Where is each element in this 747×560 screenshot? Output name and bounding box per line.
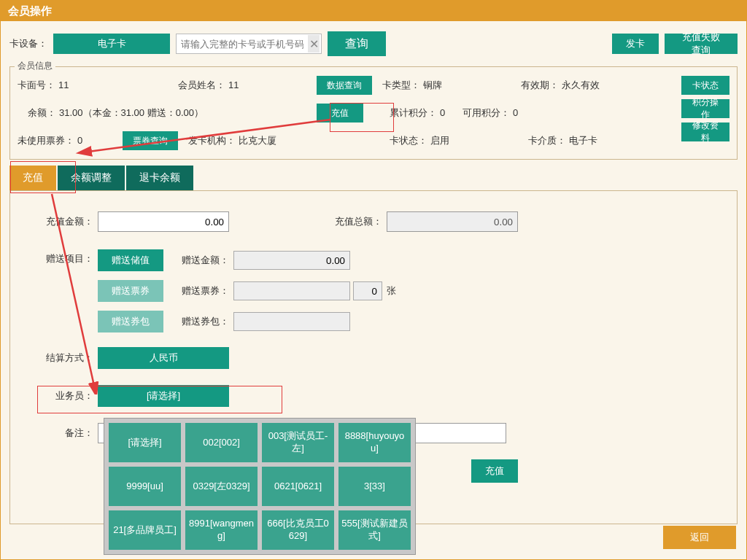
amount-input[interactable] — [98, 211, 229, 232]
status-label: 卡状态： — [390, 135, 430, 146]
clear-icon[interactable]: ✕ — [308, 35, 320, 52]
dropdown-item[interactable]: 8991[wangmeng] — [185, 510, 258, 550]
card-status-button[interactable]: 卡状态 — [681, 76, 729, 95]
total-label: 充值总额： — [324, 215, 387, 228]
medium-value: 电子卡 — [569, 135, 597, 146]
total-points-label: 累计积分： — [390, 107, 440, 118]
gift-coupon-qty-input — [353, 281, 382, 300]
data-query-button[interactable]: 数据查询 — [317, 76, 372, 95]
issuer-value: 比克大厦 — [239, 135, 276, 146]
dropdown-item[interactable]: [请选择] — [109, 423, 181, 462]
settle-select[interactable]: 人民币 — [98, 347, 229, 369]
dropdown-item[interactable]: 002[002] — [185, 423, 258, 462]
card-type-label: 卡类型： — [382, 79, 423, 90]
remark-label: 备注： — [35, 427, 98, 440]
dropdown-item[interactable]: 0621[0621] — [262, 467, 334, 506]
points-op-button[interactable]: 积分操作 — [681, 99, 729, 118]
card-no-label: 卡面号： — [18, 79, 58, 90]
dropdown-item[interactable]: 0329[左0329] — [185, 467, 258, 506]
dropdown-item[interactable]: 003[测试员工-左] — [262, 423, 334, 462]
search-input-wrap: ✕ — [176, 34, 322, 54]
gift-coupon-unit: 张 — [387, 284, 396, 298]
dropdown-item[interactable]: 8888[huyouyou] — [338, 423, 411, 462]
tab-refund[interactable]: 退卡余额 — [126, 166, 193, 190]
expire-label: 有效期： — [521, 79, 562, 90]
return-button[interactable]: 返回 — [663, 526, 736, 549]
staff-label: 业务员： — [35, 389, 98, 402]
gift-store-button[interactable]: 赠送储值 — [98, 249, 163, 271]
issue-card-button[interactable]: 发卡 — [612, 34, 659, 54]
member-info-legend: 会员信息 — [15, 60, 55, 72]
gift-pack-input — [233, 312, 350, 331]
settle-label: 结算方式： — [35, 351, 98, 365]
dropdown-item[interactable]: 21[多品牌员工] — [109, 510, 181, 550]
gift-coupon-label: 赠送票券： — [178, 284, 233, 298]
tab-adjust[interactable]: 余额调整 — [58, 166, 125, 190]
total-input — [387, 211, 518, 232]
search-input[interactable] — [177, 39, 308, 50]
tab-recharge[interactable]: 充值 — [9, 166, 56, 190]
medium-label: 卡介质： — [528, 135, 569, 146]
card-type-value: 铜牌 — [423, 79, 442, 90]
gift-amount-input — [233, 251, 350, 270]
gift-coupon-button[interactable]: 赠送票券 — [98, 280, 163, 302]
balance-label: 余额： — [28, 107, 59, 118]
device-label: 卡设备： — [9, 37, 47, 50]
tab-bar: 充值 余额调整 退卡余额 — [9, 166, 738, 190]
amount-label: 充值金额： — [35, 215, 98, 228]
gift-label: 赠送项目： — [35, 249, 98, 265]
name-label: 会员姓名： — [178, 79, 228, 90]
recharge-fail-query-button[interactable]: 充值失败查询 — [665, 34, 738, 54]
unused-coupon-label: 未使用票券： — [18, 135, 77, 146]
total-points-value: 0 — [440, 107, 445, 118]
window-title: 会员操作 — [1, 1, 746, 21]
edit-info-button[interactable]: 修改资料 — [681, 122, 729, 141]
balance-value: 31.00（本金：31.00 赠送：0.00） — [59, 107, 204, 118]
submit-recharge-button[interactable]: 充值 — [471, 459, 518, 483]
gift-pack-button[interactable]: 赠送券包 — [98, 311, 163, 332]
dropdown-item[interactable]: 3[33] — [338, 467, 411, 506]
unused-coupon-value: 0 — [77, 135, 82, 146]
gift-amount-label: 赠送金额： — [178, 254, 233, 267]
avail-points-value: 0 — [513, 107, 518, 118]
name-value: 11 — [228, 79, 239, 90]
query-button[interactable]: 查询 — [328, 31, 386, 56]
gift-coupon-input — [233, 281, 350, 300]
dropdown-item[interactable]: 555[测试新建员式] — [338, 510, 411, 550]
card-no-value: 11 — [58, 79, 69, 90]
avail-points-label: 可用积分： — [462, 107, 513, 118]
gift-pack-label: 赠送券包： — [178, 315, 233, 328]
device-select[interactable]: 电子卡 — [53, 34, 170, 54]
coupon-query-button[interactable]: 票券查询 — [123, 131, 178, 150]
member-info-panel: 会员信息 卡面号：11 会员姓名：11 数据查询 卡类型：铜牌 有效期：永久有效… — [9, 66, 738, 160]
status-value: 启用 — [430, 135, 449, 146]
expire-value: 永久有效 — [562, 79, 600, 90]
staff-select[interactable]: [请选择] — [98, 385, 229, 407]
staff-dropdown-panel: [请选择] 002[002] 003[测试员工-左] 8888[huyouyou… — [104, 418, 416, 555]
issuer-label: 发卡机构： — [188, 135, 239, 146]
dropdown-item[interactable]: 9999[uu] — [109, 467, 181, 506]
dropdown-item[interactable]: 666[比克员工0629] — [262, 510, 334, 550]
